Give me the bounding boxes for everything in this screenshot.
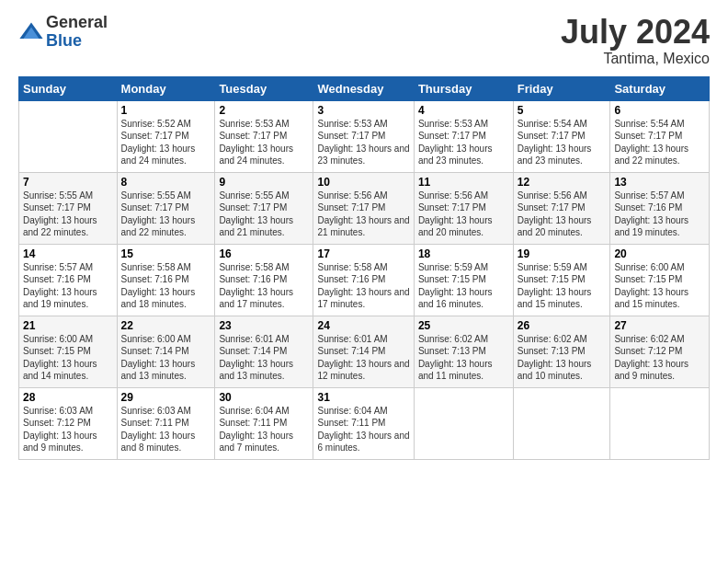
header: General Blue July 2024 Tantima, Mexico [18, 14, 710, 67]
calendar-cell: 20Sunrise: 6:00 AMSunset: 7:15 PMDayligh… [610, 244, 710, 316]
day-info: Sunrise: 6:04 AMSunset: 7:11 PMDaylight:… [219, 405, 309, 454]
day-info: Sunrise: 5:54 AMSunset: 7:17 PMDaylight:… [614, 118, 705, 167]
day-info: Sunrise: 6:02 AMSunset: 7:12 PMDaylight:… [614, 333, 705, 383]
day-info: Sunrise: 5:56 AMSunset: 7:17 PMDaylight:… [418, 190, 509, 239]
day-number: 10 [317, 176, 409, 189]
calendar-cell: 23Sunrise: 6:01 AMSunset: 7:14 PMDayligh… [215, 316, 313, 387]
calendar-cell: 4Sunrise: 5:53 AMSunset: 7:17 PMDaylight… [414, 100, 513, 172]
calendar-cell: 3Sunrise: 5:53 AMSunset: 7:17 PMDaylight… [313, 100, 414, 172]
day-number: 15 [121, 247, 211, 260]
calendar-cell: 24Sunrise: 6:01 AMSunset: 7:14 PMDayligh… [313, 316, 414, 387]
calendar-cell [513, 387, 610, 459]
day-number: 1 [121, 104, 211, 117]
title-block: July 2024 Tantima, Mexico [561, 14, 710, 67]
day-number: 25 [418, 319, 509, 332]
calendar-cell: 19Sunrise: 5:59 AMSunset: 7:15 PMDayligh… [513, 244, 610, 316]
day-info: Sunrise: 5:56 AMSunset: 7:17 PMDaylight:… [317, 190, 409, 239]
day-info: Sunrise: 6:03 AMSunset: 7:11 PMDaylight:… [121, 405, 211, 454]
day-number: 12 [518, 176, 607, 189]
day-number: 4 [418, 104, 509, 117]
day-number: 31 [317, 391, 409, 404]
calendar-cell: 25Sunrise: 6:02 AMSunset: 7:13 PMDayligh… [414, 316, 513, 387]
logo: General Blue [18, 14, 108, 51]
day-number: 28 [23, 391, 113, 404]
calendar-cell: 27Sunrise: 6:02 AMSunset: 7:12 PMDayligh… [610, 316, 710, 387]
day-info: Sunrise: 5:53 AMSunset: 7:17 PMDaylight:… [317, 118, 409, 167]
calendar-cell: 26Sunrise: 6:02 AMSunset: 7:13 PMDayligh… [513, 316, 610, 387]
month-title: July 2024 [561, 14, 710, 51]
day-info: Sunrise: 5:57 AMSunset: 7:16 PMDaylight:… [614, 190, 705, 239]
calendar-cell: 10Sunrise: 5:56 AMSunset: 7:17 PMDayligh… [313, 172, 414, 244]
day-number: 11 [418, 176, 509, 189]
calendar-week-0: 1Sunrise: 5:52 AMSunset: 7:17 PMDaylight… [19, 100, 710, 172]
logo-icon [18, 19, 44, 45]
day-number: 29 [121, 391, 211, 404]
day-info: Sunrise: 6:02 AMSunset: 7:13 PMDaylight:… [518, 333, 607, 383]
day-number: 7 [23, 176, 113, 189]
calendar-cell: 5Sunrise: 5:54 AMSunset: 7:17 PMDaylight… [513, 100, 610, 172]
col-thursday: Thursday [414, 76, 513, 100]
calendar-cell: 29Sunrise: 6:03 AMSunset: 7:11 PMDayligh… [117, 387, 215, 459]
col-saturday: Saturday [610, 76, 710, 100]
day-number: 14 [23, 247, 113, 260]
header-row: Sunday Monday Tuesday Wednesday Thursday… [19, 76, 710, 100]
calendar-cell: 15Sunrise: 5:58 AMSunset: 7:16 PMDayligh… [117, 244, 215, 316]
day-number: 22 [121, 319, 211, 332]
calendar-week-1: 7Sunrise: 5:55 AMSunset: 7:17 PMDaylight… [19, 172, 710, 244]
calendar-cell: 22Sunrise: 6:00 AMSunset: 7:14 PMDayligh… [117, 316, 215, 387]
calendar-cell [414, 387, 513, 459]
page: General Blue July 2024 Tantima, Mexico S… [0, 0, 728, 469]
calendar-cell: 6Sunrise: 5:54 AMSunset: 7:17 PMDaylight… [610, 100, 710, 172]
day-info: Sunrise: 6:00 AMSunset: 7:14 PMDaylight:… [121, 333, 211, 383]
day-info: Sunrise: 5:57 AMSunset: 7:16 PMDaylight:… [23, 261, 113, 311]
day-number: 6 [614, 104, 705, 117]
calendar-table: Sunday Monday Tuesday Wednesday Thursday… [18, 76, 710, 460]
calendar-cell: 17Sunrise: 5:58 AMSunset: 7:16 PMDayligh… [313, 244, 414, 316]
day-number: 21 [23, 319, 113, 332]
day-number: 27 [614, 319, 705, 332]
day-info: Sunrise: 5:58 AMSunset: 7:16 PMDaylight:… [317, 261, 409, 311]
calendar-cell: 7Sunrise: 5:55 AMSunset: 7:17 PMDaylight… [19, 172, 118, 244]
calendar-cell: 30Sunrise: 6:04 AMSunset: 7:11 PMDayligh… [215, 387, 313, 459]
calendar-cell: 14Sunrise: 5:57 AMSunset: 7:16 PMDayligh… [19, 244, 118, 316]
col-monday: Monday [117, 76, 215, 100]
location: Tantima, Mexico [561, 51, 710, 67]
day-info: Sunrise: 6:01 AMSunset: 7:14 PMDaylight:… [219, 333, 309, 383]
day-number: 23 [219, 319, 309, 332]
day-number: 30 [219, 391, 309, 404]
day-info: Sunrise: 5:52 AMSunset: 7:17 PMDaylight:… [121, 118, 211, 167]
logo-text: General Blue [46, 14, 108, 51]
day-info: Sunrise: 6:04 AMSunset: 7:11 PMDaylight:… [317, 405, 409, 454]
calendar-cell: 21Sunrise: 6:00 AMSunset: 7:15 PMDayligh… [19, 316, 118, 387]
calendar-cell: 31Sunrise: 6:04 AMSunset: 7:11 PMDayligh… [313, 387, 414, 459]
logo-blue: Blue [46, 32, 108, 51]
day-info: Sunrise: 5:53 AMSunset: 7:17 PMDaylight:… [219, 118, 309, 167]
calendar-cell [610, 387, 710, 459]
day-info: Sunrise: 6:03 AMSunset: 7:12 PMDaylight:… [23, 405, 113, 454]
calendar-cell: 16Sunrise: 5:58 AMSunset: 7:16 PMDayligh… [215, 244, 313, 316]
day-info: Sunrise: 5:59 AMSunset: 7:15 PMDaylight:… [418, 261, 509, 311]
calendar-cell: 11Sunrise: 5:56 AMSunset: 7:17 PMDayligh… [414, 172, 513, 244]
day-info: Sunrise: 5:54 AMSunset: 7:17 PMDaylight:… [518, 118, 607, 167]
day-number: 26 [518, 319, 607, 332]
day-number: 2 [219, 104, 309, 117]
day-number: 13 [614, 176, 705, 189]
day-number: 24 [317, 319, 409, 332]
day-number: 8 [121, 176, 211, 189]
logo-general: General [46, 14, 108, 32]
calendar-cell [19, 100, 118, 172]
day-number: 17 [317, 247, 409, 260]
calendar-cell: 1Sunrise: 5:52 AMSunset: 7:17 PMDaylight… [117, 100, 215, 172]
calendar-cell: 28Sunrise: 6:03 AMSunset: 7:12 PMDayligh… [19, 387, 118, 459]
col-friday: Friday [513, 76, 610, 100]
day-info: Sunrise: 5:53 AMSunset: 7:17 PMDaylight:… [418, 118, 509, 167]
day-info: Sunrise: 5:59 AMSunset: 7:15 PMDaylight:… [518, 261, 607, 311]
calendar-cell: 2Sunrise: 5:53 AMSunset: 7:17 PMDaylight… [215, 100, 313, 172]
day-number: 19 [518, 247, 607, 260]
calendar-cell: 18Sunrise: 5:59 AMSunset: 7:15 PMDayligh… [414, 244, 513, 316]
day-number: 16 [219, 247, 309, 260]
day-info: Sunrise: 5:58 AMSunset: 7:16 PMDaylight:… [121, 261, 211, 311]
day-info: Sunrise: 5:56 AMSunset: 7:17 PMDaylight:… [518, 190, 607, 239]
day-info: Sunrise: 5:55 AMSunset: 7:17 PMDaylight:… [23, 190, 113, 239]
calendar-cell: 13Sunrise: 5:57 AMSunset: 7:16 PMDayligh… [610, 172, 710, 244]
